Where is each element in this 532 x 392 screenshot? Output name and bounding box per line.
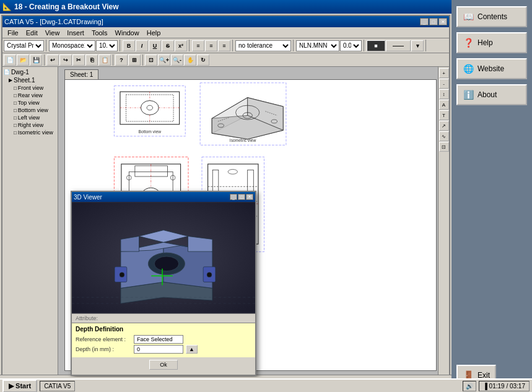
strikethrough-button[interactable]: S	[162, 40, 174, 51]
toolbar2: 📄 📂 💾 ↩ ↪ ✂ ⎘ 📋 ? ⊞ ⊡ 🔍+ 🔍- ✋ ↻	[2, 53, 449, 67]
rtb-btn-4[interactable]: A	[439, 100, 449, 110]
menu-insert[interactable]: Insert	[63, 28, 88, 37]
tree-icon-left: □	[14, 115, 17, 121]
view-bottom: Bottom view	[114, 86, 185, 136]
viewer-ok-button[interactable]: Ok	[149, 360, 178, 370]
menu-file[interactable]: File	[4, 28, 22, 37]
os-clock: ▐ 01:19 / 03:17	[479, 381, 530, 391]
style-select[interactable]: Crystal Pro	[4, 40, 44, 51]
rotate-button[interactable]: ↻	[197, 54, 209, 66]
rtb-btn-8[interactable]: ⊡	[439, 142, 449, 152]
more-button[interactable]: ▾	[411, 40, 424, 51]
window-title: 18 - Creating a Breakout View	[14, 2, 119, 11]
title-bar-left: 📐 18 - Creating a Breakout View	[2, 2, 119, 11]
zoom-in-button[interactable]: 🔍+	[158, 54, 170, 66]
italic-button[interactable]: I	[136, 40, 148, 51]
inner-maximize-button[interactable]: □	[429, 18, 438, 25]
start-button[interactable]: ▶ Start	[2, 380, 37, 393]
superscript-button[interactable]: x²	[175, 40, 187, 51]
help-tb-button[interactable]: ?	[115, 54, 128, 66]
toolbar-area: Crystal Pro Monospace11 10.0 B I U S x² …	[2, 38, 449, 53]
redo-button[interactable]: ↪	[59, 54, 72, 66]
inner-title-bar: CATIA V5 - [Dwg-1.CATDrawing] _ □ ✕	[2, 16, 449, 27]
view-iso: Isometric view	[200, 83, 286, 145]
bold-button[interactable]: B	[123, 40, 135, 51]
menu-window[interactable]: Window	[111, 28, 143, 37]
rtb-btn-3[interactable]: ↕	[439, 89, 449, 99]
align-center-button[interactable]: ≡	[205, 40, 217, 51]
inner-minimize-button[interactable]: _	[420, 18, 429, 25]
dim-select[interactable]: NLN.MNN	[296, 40, 339, 51]
size-select[interactable]: 10.0	[96, 40, 118, 51]
viewer-minimize-button[interactable]: _	[230, 194, 237, 200]
os-task-catia[interactable]: CATIA V5	[40, 381, 75, 391]
toolbar-group-color: ■ —— ▾	[367, 40, 426, 51]
snap-button[interactable]: ⊞	[128, 54, 141, 66]
tree-item-iso[interactable]: □ Isometric view	[4, 129, 56, 136]
line-style-button[interactable]: ——	[386, 40, 411, 51]
viewer-3d-title-bar[interactable]: 3D Viewer _ □ ✕	[72, 192, 255, 202]
viewer-close-button[interactable]: ✕	[246, 194, 253, 200]
toolbar-group-align: ≡ ≡ ≡	[192, 40, 233, 51]
about-button[interactable]: ℹ️ About	[456, 84, 527, 105]
align-right-button[interactable]: ≡	[218, 40, 230, 51]
tree-icon-dwg: 📄	[4, 69, 10, 75]
depth-increment-button[interactable]: ▲	[186, 345, 198, 354]
rtb-btn-1[interactable]: +	[439, 68, 449, 78]
viewer-3d-controls: _ □ ✕	[230, 194, 253, 200]
open-button[interactable]: 📂	[17, 54, 29, 66]
sidebar-tree: 📄 Dwg-1 ▶ Sheet.1 □ Front view □ Rear vi…	[2, 67, 58, 377]
menu-edit[interactable]: Edit	[22, 28, 41, 37]
tree-icon-front: □	[14, 85, 17, 91]
depth-section-title: Depth Definition	[76, 326, 251, 333]
contents-button[interactable]: 📖 Contents	[456, 6, 527, 27]
new-button[interactable]: 📄	[4, 54, 16, 66]
website-button[interactable]: 🌐 Website	[456, 58, 527, 79]
tree-item-top[interactable]: □ Top view	[4, 99, 56, 107]
right-drawing-toolbar: + - ↕ A T ↗ ∿ ⊡	[438, 67, 449, 377]
align-left-button[interactable]: ≡	[192, 40, 204, 51]
depth-input[interactable]	[134, 345, 183, 354]
tree-item-left[interactable]: □ Left view	[4, 114, 56, 121]
save-button[interactable]: 💾	[30, 54, 42, 66]
ref-element-row: Reference element : Face Selected	[76, 335, 251, 344]
help-button[interactable]: ❓ Help	[456, 32, 527, 53]
rtb-btn-7[interactable]: ∿	[439, 131, 449, 141]
drawing-area[interactable]: Sheet: 1	[58, 67, 449, 377]
tree-item-dwg[interactable]: 📄 Dwg-1	[4, 68, 56, 76]
app-icon: 📐	[2, 2, 12, 11]
paste-button[interactable]: 📋	[98, 54, 111, 66]
color-button[interactable]: ■	[367, 40, 385, 51]
inner-close-button[interactable]: ✕	[438, 18, 447, 25]
os-volume-icon[interactable]: 🔊	[463, 381, 476, 391]
svg-text:Isometric view: Isometric view	[230, 139, 256, 143]
menu-tools[interactable]: Tools	[88, 28, 111, 37]
tree-item-bottom[interactable]: □ Bottom view	[4, 107, 56, 114]
pan-button[interactable]: ✋	[184, 54, 196, 66]
tree-item-sheet[interactable]: ▶ Sheet.1	[4, 76, 56, 84]
tree-item-right[interactable]: □ Right view	[4, 121, 56, 129]
viewer-3d-panel: 3D Viewer _ □ ✕	[71, 191, 256, 376]
font-select[interactable]: Monospace11	[49, 40, 95, 51]
copy-button[interactable]: ⎘	[85, 54, 98, 66]
toolbar-group-tolerance: no tolerance	[235, 40, 294, 51]
tolerance-select[interactable]: no tolerance	[235, 40, 291, 51]
menu-help[interactable]: Help	[143, 28, 165, 37]
tree-item-rear[interactable]: □ Rear view	[4, 92, 56, 99]
sheet-tab[interactable]: Sheet: 1	[64, 69, 98, 79]
tree-item-front[interactable]: □ Front view	[4, 84, 56, 92]
cut-button[interactable]: ✂	[72, 54, 85, 66]
zoom-out-button[interactable]: 🔍-	[171, 54, 183, 66]
rtb-btn-2[interactable]: -	[439, 79, 449, 89]
underline-button[interactable]: U	[149, 40, 161, 51]
dim2-select[interactable]: 0.000	[340, 40, 362, 51]
tree-icon-iso: □	[14, 130, 17, 136]
menu-view[interactable]: View	[41, 28, 64, 37]
os-taskbar: ▶ Start CATIA V5 🔊 ▐ 01:19 / 03:17	[0, 378, 532, 392]
zoom-fit-button[interactable]: ⊡	[145, 54, 157, 66]
rtb-btn-6[interactable]: ↗	[439, 121, 449, 131]
attribute-label: Attribute:	[72, 313, 255, 323]
viewer-maximize-button[interactable]: □	[238, 194, 245, 200]
undo-button[interactable]: ↩	[46, 54, 59, 66]
rtb-btn-5[interactable]: T	[439, 110, 449, 120]
